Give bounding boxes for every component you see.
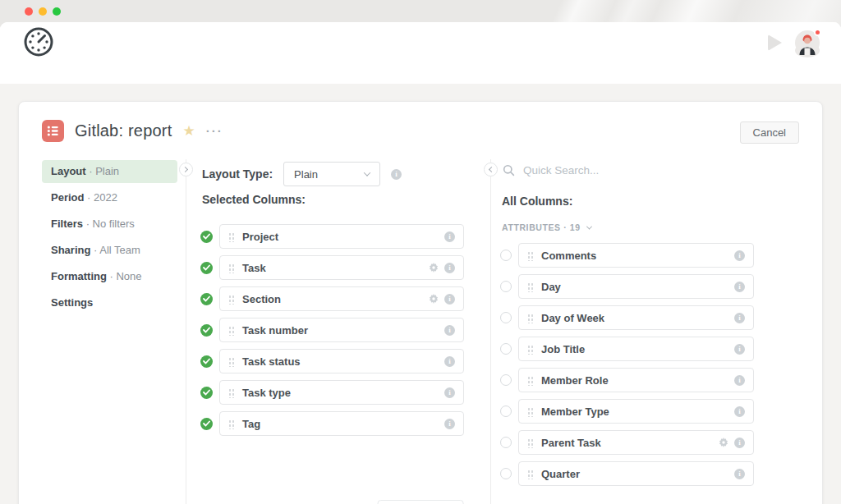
sidebar-item-formatting[interactable]: Formatting · None <box>42 265 177 288</box>
radio-icon[interactable] <box>500 437 512 448</box>
everhour-logo-icon[interactable] <box>23 26 54 57</box>
drag-handle-icon[interactable] <box>228 231 235 242</box>
radio-icon[interactable] <box>500 374 512 386</box>
info-icon[interactable]: i <box>444 325 455 336</box>
all-column-row-member-role: Member Rolei <box>500 368 754 392</box>
attributes-group-toggle[interactable]: ATTRIBUTES · 19 <box>502 222 591 232</box>
column-box[interactable]: Parent Taski <box>518 430 754 455</box>
radio-icon[interactable] <box>500 281 512 292</box>
check-icon[interactable] <box>200 324 213 337</box>
sidebar-item-value: · Plain <box>86 165 119 177</box>
radio-icon[interactable] <box>500 343 512 355</box>
divider-left <box>186 159 186 504</box>
info-icon[interactable]: i <box>734 438 745 448</box>
column-box[interactable]: Task statusi <box>219 349 464 373</box>
selected-column-row-task-number: Task numberi <box>200 318 464 342</box>
column-box[interactable]: Member Rolei <box>518 368 754 392</box>
check-icon[interactable] <box>200 418 213 430</box>
drag-handle-icon[interactable] <box>228 263 235 273</box>
check-icon[interactable] <box>200 293 213 305</box>
sidebar-item-layout[interactable]: Layout · Plain <box>42 160 177 183</box>
quick-search-row <box>503 164 712 176</box>
column-label: Member Role <box>541 374 609 387</box>
column-box[interactable]: Commentsi <box>518 243 754 268</box>
sidebar-item-value: · 2022 <box>84 191 117 204</box>
cancel-button[interactable]: Cancel <box>740 121 799 144</box>
drag-handle-icon[interactable] <box>228 387 235 398</box>
layout-type-select[interactable]: Plain <box>283 162 380 186</box>
user-avatar[interactable] <box>795 30 820 55</box>
column-box[interactable]: Taski <box>219 255 464 280</box>
info-icon[interactable]: i <box>734 344 745 355</box>
column-label: Tag <box>242 418 260 430</box>
column-box[interactable]: Task typei <box>219 380 464 405</box>
drag-handle-icon[interactable] <box>228 294 235 305</box>
gear-icon[interactable] <box>429 294 439 304</box>
drag-handle-icon[interactable] <box>527 282 534 292</box>
column-box[interactable]: Tagi <box>219 411 464 436</box>
collapse-button[interactable]: ▴ COLLAPSE ▴ <box>378 500 464 504</box>
drag-handle-icon[interactable] <box>527 438 534 448</box>
info-icon[interactable]: i <box>444 387 455 398</box>
info-icon[interactable]: i <box>734 375 745 386</box>
radio-icon[interactable] <box>500 468 512 479</box>
drag-handle-icon[interactable] <box>527 344 534 355</box>
info-icon[interactable]: i <box>444 356 455 367</box>
column-box[interactable]: Member Typei <box>518 399 754 424</box>
radio-icon[interactable] <box>500 405 512 417</box>
gear-icon[interactable] <box>429 263 439 273</box>
drag-handle-icon[interactable] <box>527 375 534 386</box>
info-icon[interactable]: i <box>734 282 745 292</box>
radio-icon[interactable] <box>500 250 512 261</box>
column-box[interactable]: Job Titlei <box>518 337 754 361</box>
radio-icon[interactable] <box>500 312 512 323</box>
drag-handle-icon[interactable] <box>527 406 534 417</box>
info-icon[interactable]: i <box>734 313 745 323</box>
quick-search-input[interactable] <box>523 164 712 176</box>
info-icon[interactable]: i <box>734 250 745 261</box>
sidebar-item-filters[interactable]: Filters · No filters <box>42 213 177 236</box>
column-box[interactable]: Dayi <box>518 274 754 299</box>
column-box[interactable]: Sectioni <box>219 286 464 311</box>
info-icon[interactable]: i <box>444 294 455 305</box>
drag-handle-icon[interactable] <box>527 469 534 479</box>
drag-handle-icon[interactable] <box>228 356 235 367</box>
divider-right <box>490 159 491 504</box>
column-box[interactable]: Projecti <box>219 224 464 249</box>
check-icon[interactable] <box>200 231 213 243</box>
traffic-light-zoom[interactable] <box>53 7 61 16</box>
column-label: Day <box>541 281 561 293</box>
info-icon[interactable]: i <box>391 169 402 180</box>
column-box[interactable]: Task numberi <box>219 318 464 342</box>
collapse-right-pane-handle[interactable] <box>484 163 498 176</box>
drag-handle-icon[interactable] <box>228 325 235 336</box>
info-icon[interactable]: i <box>734 469 745 479</box>
drag-handle-icon[interactable] <box>527 313 534 323</box>
check-icon[interactable] <box>200 387 213 399</box>
drag-handle-icon[interactable] <box>527 250 534 261</box>
traffic-light-minimize[interactable] <box>39 7 47 16</box>
sidebar-item-sharing[interactable]: Sharing · All Team <box>42 239 177 262</box>
column-box-icons: i <box>734 406 745 417</box>
drag-handle-icon[interactable] <box>228 419 235 429</box>
favorite-star-icon[interactable]: ★ <box>182 124 195 138</box>
gear-icon[interactable] <box>719 438 728 447</box>
sidebar-item-value: · All Team <box>90 244 140 256</box>
info-icon[interactable]: i <box>444 231 455 242</box>
info-icon[interactable]: i <box>444 419 455 429</box>
traffic-light-close[interactable] <box>25 7 33 16</box>
more-options-icon[interactable]: ··· <box>206 125 223 137</box>
column-box[interactable]: Quarteri <box>518 461 754 486</box>
column-label: Task <box>242 262 266 274</box>
info-icon[interactable]: i <box>444 263 455 273</box>
collapse-left-pane-handle[interactable] <box>179 163 193 176</box>
all-columns-list: CommentsiDayiDay of WeekiJob TitleiMembe… <box>500 243 754 493</box>
info-icon[interactable]: i <box>734 406 745 417</box>
sidebar-item-settings[interactable]: Settings <box>42 291 177 314</box>
sidebar-item-period[interactable]: Period · 2022 <box>42 186 177 209</box>
check-icon[interactable] <box>200 262 213 274</box>
column-box[interactable]: Day of Weeki <box>518 305 754 330</box>
notification-arrow-icon[interactable] <box>768 34 782 51</box>
check-icon[interactable] <box>200 355 213 368</box>
column-box-icons: i <box>444 419 455 429</box>
